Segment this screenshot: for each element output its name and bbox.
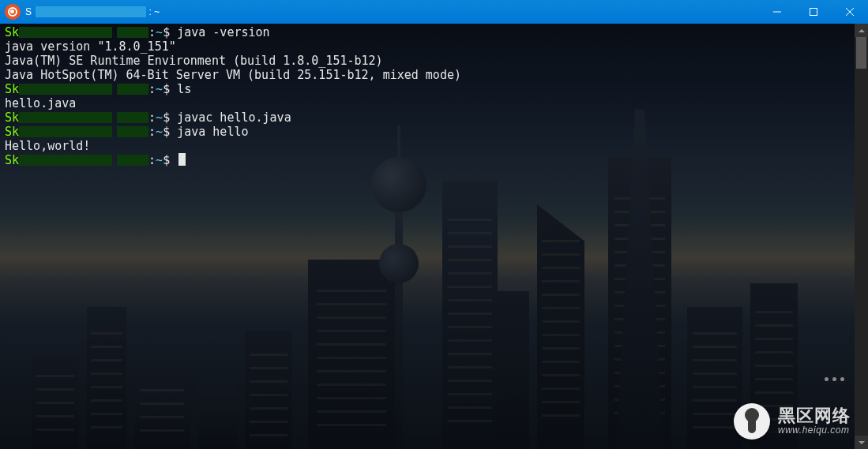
scroll-track[interactable]	[855, 37, 868, 436]
redacted-hostname	[117, 27, 148, 38]
maximize-button[interactable]	[795, 0, 832, 24]
decorative-dots	[825, 377, 844, 381]
ubuntu-icon	[5, 4, 21, 20]
title-prefix: S	[25, 6, 32, 17]
redacted-hostname	[19, 27, 112, 38]
scroll-thumb[interactable]	[856, 37, 866, 69]
terminal-output-line: hello.java	[5, 96, 863, 110]
terminal-output-line: Hello,world!	[5, 139, 863, 153]
terminal-window: S : ~	[0, 0, 868, 449]
redacted-hostname	[117, 84, 148, 95]
terminal-prompt-line: Sk:~$ java hello	[5, 125, 863, 139]
minimize-button[interactable]	[759, 0, 795, 24]
scroll-up-button[interactable]	[855, 24, 868, 37]
terminal-prompt-line: Sk:~$ ls	[5, 82, 863, 96]
scroll-down-button[interactable]	[855, 436, 868, 449]
terminal-prompt-line: Sk:~$	[5, 153, 863, 167]
redacted-hostname	[117, 126, 148, 137]
redacted-hostname	[19, 126, 112, 137]
terminal-output[interactable]: Sk:~$ java -versionjava version "1.8.0_1…	[0, 24, 868, 449]
window-controls	[759, 0, 868, 24]
window-titlebar[interactable]: S : ~	[0, 0, 868, 24]
terminal-prompt-line: Sk:~$ javac hello.java	[5, 110, 863, 125]
title-redacted	[36, 6, 146, 17]
title-suffix: : ~	[149, 6, 160, 17]
redacted-hostname	[19, 155, 112, 166]
terminal-prompt-line: Sk:~$ java -version	[5, 25, 863, 39]
redacted-hostname	[19, 84, 112, 95]
svg-rect-1	[810, 9, 817, 16]
redacted-hostname	[117, 155, 148, 166]
scrollbar-vertical[interactable]	[855, 24, 868, 449]
terminal-output-line: Java(TM) SE Runtime Environment (build 1…	[5, 54, 863, 68]
terminal-output-line: java version "1.8.0_151"	[5, 39, 863, 54]
redacted-hostname	[19, 112, 112, 123]
close-button[interactable]	[832, 0, 868, 24]
redacted-hostname	[117, 112, 148, 123]
terminal-client-area: Sk:~$ java -versionjava version "1.8.0_1…	[0, 24, 868, 449]
terminal-output-line: Java HotSpot(TM) 64-Bit Server VM (build…	[5, 68, 863, 82]
cursor	[178, 153, 186, 166]
